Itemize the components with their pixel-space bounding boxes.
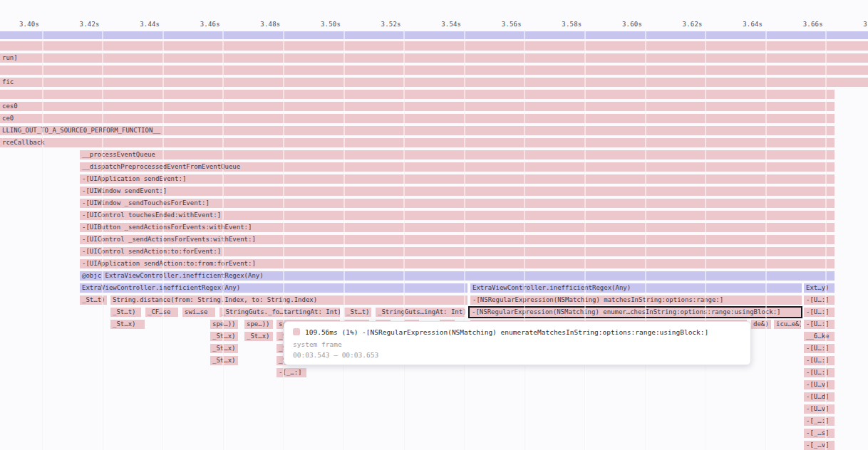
frame-bar[interactable]: -[U…v] [804,404,835,414]
ruler-tick-label: 3.64s [743,21,763,28]
frame-bar[interactable]: rceCallback [0,138,835,147]
frame-bar[interactable]: __6…ke [804,332,835,341]
frame-bar[interactable]: -[UIButton _sendActionsForEvents:withEve… [80,223,835,232]
grid-line [765,31,767,450]
frame-label: ExtraViewController.inefficientRegex(Any… [80,283,467,293]
frame-bar[interactable]: -[_…s] [804,429,835,438]
frame-label: __processEventQueue [80,150,835,159]
frame-label: ExtraViewController.inefficientRegex(Any… [470,283,802,293]
frame-bar[interactable]: -[UIControl _sendActionsForEvents:withEv… [80,235,835,244]
frame-label: ces0 [0,102,835,111]
frame-bar[interactable]: -[_…:] [804,417,835,426]
frame-bar[interactable]: -[U…:] [804,308,835,317]
frame-bar[interactable]: -[U…:] [804,295,835,305]
frame-label: __dispatchPreprocessedEventFromEventQueu… [80,162,835,172]
frame-bar[interactable]: -[UIWindow _sendTouchesForEvent:] [80,199,835,208]
frame-label: de&) [751,320,771,329]
grid-line [102,31,103,450]
frame-label: -[UIApplication sendEvent:] [80,174,835,184]
frame-bar[interactable]: _St…x) [244,332,273,341]
frame-bar[interactable]: icu…e&) [774,320,801,329]
frame-bar[interactable]: -[UIApplication sendEvent:] [80,174,835,184]
frame-label: -[U…v] [804,404,835,414]
frame-bar[interactable]: _St…t) [344,308,371,317]
ruler-tick-label: 3.60s [622,21,642,28]
frame-bar[interactable]: swi…se [182,308,215,317]
frame-bar[interactable]: -[UIControl touchesEnded:withEvent:] [80,211,835,220]
flame-chart[interactable]: 3.40s3.42s3.44s3.46s3.48s3.50s3.52s3.54s… [0,0,868,450]
frame-bar[interactable]: __dispatchPreprocessedEventFromEventQueu… [80,162,835,172]
frame-label: swi…se [182,308,215,317]
ruler-tick-label: 3.54s [441,21,461,28]
frame-label: -[U…v] [804,380,835,389]
frame-bar[interactable]: fic [0,78,868,87]
frame-bar[interactable]: -[U…:] [804,320,835,329]
frame-bar[interactable]: _St…t) [110,308,141,317]
frame-bar[interactable]: ce0 [0,114,835,123]
ruler-tick-label: 3.52s [381,21,401,28]
frame-label: _St…t) [110,308,141,317]
frame-bar[interactable]: _StringGuts._fo…tartingAt: Int) [219,308,340,317]
frame-bar[interactable]: -[NSRegularExpression(NSMatching) matche… [470,295,802,305]
frame-bar[interactable]: _StringGuts…ingAt: Int) [376,308,465,317]
frame-bar[interactable]: -[UIWindow sendEvent:] [80,187,835,196]
frame-label: fic [0,78,868,87]
frame-bar[interactable]: -[_…:] [277,368,306,377]
frame-bar[interactable] [0,90,835,99]
frame-label: _St…x) [210,356,238,365]
frame-label: String.distance(from: String.Index, to: … [110,295,467,305]
frame-label: -[NSRegularExpression(NSMatching) matche… [470,295,802,305]
tooltip-time-range: 00:03.543 — 00:03.653 [293,351,742,359]
frame-label: run] [0,53,868,63]
frame-label: -[U…:] [804,320,835,329]
frame-bar[interactable]: ExtraViewController.inefficientRegex(Any… [80,283,467,293]
frame-label: ce0 [0,114,835,123]
frame-bar[interactable]: ExtraViewController.inefficientRegex(Any… [470,283,802,293]
frame-bar[interactable]: -[U…:] [804,368,835,377]
frame-bar[interactable]: _St…x) [110,320,145,329]
frame-bar[interactable]: -[UIControl sendAction:to:forEvent:] [80,247,835,256]
frame-label: _StringGuts._fo…tartingAt: Int) [219,308,340,317]
frame-bar[interactable] [0,41,868,51]
frame-bar[interactable]: spe…)) [210,320,238,329]
tooltip-frame-kind: system frame [293,340,742,348]
frame-bar[interactable]: -[U…d] [804,392,835,402]
frame-bar[interactable] [0,66,868,75]
frame-bar[interactable]: _St…x) [210,356,238,365]
frame-bar[interactable]: -[_…v] [804,441,835,450]
frame-label: -[NSRegularExpression(NSMatching) enumer… [470,308,801,317]
grid-line [343,31,345,450]
frame-label: -[U…:] [804,308,835,317]
frame-label: @objc ExtraViewController.inefficientReg… [80,271,835,281]
frame-bar[interactable]: -[U…v] [804,380,835,389]
frame-label: -[UIButton _sendActionsForEvents:withEve… [80,223,835,232]
frame-color-swatch-icon [293,328,300,335]
frame-bar[interactable]: @objc ExtraViewController.inefficientReg… [80,271,835,281]
tooltip-title: 109.56ms (1%) -[NSRegularExpression(NSMa… [305,328,708,336]
grid-line [825,31,827,450]
frame-bar[interactable]: -[UIApplication sendAction:to:from:forEv… [80,259,835,268]
grid-line [645,31,646,450]
frame-label: -[UIControl _sendActionsForEvents:withEv… [80,235,835,244]
frame-bar[interactable]: String.distance(from: String.Index, to: … [110,295,467,305]
ruler-tick-label: 3.46s [200,21,220,28]
frame-label: -[U…:] [804,295,835,305]
frame-bar[interactable]: __processEventQueue [80,150,835,159]
grid-line [283,31,284,450]
frame-bar[interactable]: Ext…y) [804,283,835,293]
frame-bar[interactable]: run] [0,53,868,63]
selected-frame-bar[interactable]: -[NSRegularExpression(NSMatching) enumer… [470,308,801,317]
frame-bar[interactable]: _St…x) [210,344,238,353]
frame-label: spe…)) [210,320,238,329]
frame-bar[interactable]: -[U…:] [804,356,835,365]
frame-bar[interactable]: spe…)) [244,320,273,329]
ruler-tick-label: 3.40s [19,21,39,28]
ruler-tick-label: 3.62s [683,21,703,28]
frame-bar[interactable]: ces0 [0,102,835,111]
frame-bar[interactable]: -[U…:] [804,344,835,353]
frame-bar[interactable]: _St…x) [210,332,238,341]
frame-label: _St…t) [344,308,371,317]
frame-bar[interactable]: LLING_OUT_TO_A_SOURCE0_PERFORM_FUNCTION_… [0,126,835,135]
frame-bar[interactable] [0,31,868,39]
frame-bar[interactable]: de&) [751,320,771,329]
